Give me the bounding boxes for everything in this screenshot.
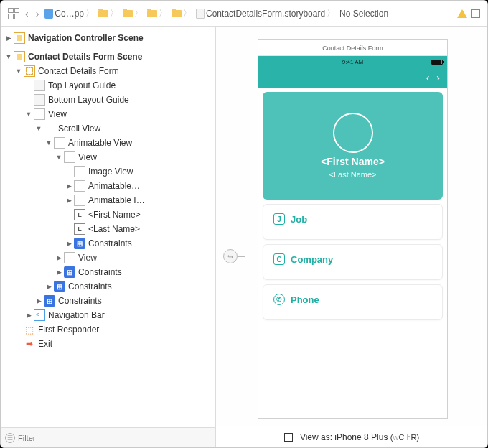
- outline-row-view[interactable]: ▼View: [1, 107, 215, 121]
- disclosure-icon[interactable]: ▶: [65, 240, 72, 247]
- back-button[interactable]: ‹: [24, 8, 30, 19]
- device-config-icon[interactable]: [284, 433, 293, 442]
- label-icon: L: [74, 223, 85, 235]
- outline-tree[interactable]: ▶Navigation Controller Scene ▼Contact De…: [1, 27, 215, 427]
- breadcrumb-folder-1[interactable]: 〉: [98, 7, 118, 19]
- outline-filter-input[interactable]: [18, 434, 211, 442]
- disclosure-icon[interactable]: ▶: [55, 254, 62, 261]
- outline-row-view2[interactable]: ▶View: [1, 251, 215, 265]
- outline-row-constraints-3[interactable]: ▶⊞Constraints: [1, 279, 215, 294]
- related-items-icon[interactable]: [8, 8, 19, 19]
- disclosure-icon[interactable]: ▶: [45, 283, 52, 290]
- disclosure-icon[interactable]: ▶: [35, 297, 42, 304]
- disclosure-icon[interactable]: ▼: [55, 154, 62, 161]
- outline-filter-bar: ☰: [1, 427, 215, 447]
- view-icon: [74, 180, 85, 192]
- outline-label: Contact Details Form: [38, 66, 119, 76]
- outline-label: Constraints: [58, 296, 102, 306]
- outline-label: View: [78, 152, 97, 162]
- status-time: 9:41 AM: [342, 59, 363, 65]
- path-toolbar: ‹ › Co…pp 〉 〉 〉 〉 〉 ContactDetailsForm.s…: [1, 1, 487, 27]
- disclosure-icon[interactable]: ▼: [35, 125, 42, 132]
- segue-line: [238, 256, 245, 257]
- view-icon: [34, 108, 45, 120]
- detail-card: CCompany: [263, 244, 443, 280]
- outline-row-vc[interactable]: ▼Contact Details Form: [1, 64, 215, 78]
- breadcrumb-folder-3[interactable]: 〉: [147, 7, 167, 19]
- outline-row-topguide[interactable]: Top Layout Guide: [1, 78, 215, 93]
- scene-frame[interactable]: Contact Details Form 9:41 AM ‹ › <Firs: [258, 39, 448, 419]
- canvas-body[interactable]: ↪ Contact Details Form 9:41 AM ‹ ›: [216, 27, 487, 426]
- scene-icon: [14, 51, 25, 62]
- disclosure-icon[interactable]: ▼: [5, 53, 12, 60]
- battery-icon: [431, 60, 443, 65]
- outline-row-scroll[interactable]: ▼Scroll View: [1, 121, 215, 136]
- outline-label: Animatable View: [68, 138, 132, 148]
- filter-icon[interactable]: ☰: [5, 433, 15, 443]
- disclosure-icon[interactable]: ▶: [65, 197, 72, 204]
- folder-icon: [172, 10, 182, 17]
- scrollview-icon: [44, 123, 55, 134]
- disclosure-icon[interactable]: ▼: [15, 67, 22, 75]
- layoutguide-icon: [34, 94, 45, 106]
- forward-button[interactable]: ›: [34, 8, 41, 19]
- breadcrumb-folder-4[interactable]: 〉: [172, 7, 192, 19]
- view-as-label: View as: iPhone 8 Plus: [300, 432, 388, 442]
- outline-label: Bottom Layout Guide: [48, 95, 129, 105]
- outline-row-innerview[interactable]: ▼View: [1, 150, 215, 164]
- view-icon: [64, 151, 75, 163]
- detail-card: ✆Phone: [263, 284, 443, 320]
- disclosure-icon[interactable]: ▼: [25, 111, 32, 118]
- outline-row-botguide[interactable]: Bottom Layout Guide: [1, 93, 215, 107]
- card-icon: J: [273, 213, 285, 225]
- outline-row-constraints-2[interactable]: ▶⊞Constraints: [1, 265, 215, 279]
- breadcrumb-selection[interactable]: No Selection: [339, 9, 388, 19]
- segue-icon: ↪: [223, 249, 238, 263]
- outline-row-nav-scene[interactable]: ▶Navigation Controller Scene: [1, 31, 215, 45]
- constraints-icon: ⊞: [54, 281, 65, 292]
- nav-next-icon[interactable]: ›: [436, 72, 440, 83]
- nav-prev-icon[interactable]: ‹: [426, 72, 430, 83]
- view-as-bar[interactable]: View as: iPhone 8 Plus (wC hR): [216, 426, 487, 447]
- outline-row-imageview[interactable]: Image View: [1, 164, 215, 179]
- warning-icon[interactable]: [457, 9, 467, 18]
- navbar-icon: [34, 309, 45, 321]
- outline-row-constraints-1[interactable]: ▶⊞Constraints: [1, 236, 215, 251]
- detail-card: JJob: [263, 204, 443, 240]
- breadcrumb-project[interactable]: Co…pp 〉: [44, 7, 94, 19]
- assistant-toggle-icon[interactable]: [471, 9, 480, 18]
- outline-row-firstname[interactable]: L<First Name>: [1, 207, 215, 222]
- folder-icon: [123, 10, 133, 17]
- outline-label: Navigation Bar: [48, 310, 105, 320]
- outline-row-firstresponder[interactable]: ⬚First Responder: [1, 322, 215, 337]
- main-split: ▶Navigation Controller Scene ▼Contact De…: [1, 27, 487, 447]
- outline-row-exit[interactable]: ➡Exit: [1, 337, 215, 351]
- outline-row-animview[interactable]: ▼Animatable View: [1, 136, 215, 150]
- outline-row-lastname[interactable]: L<Last Name>: [1, 222, 215, 236]
- breadcrumb-folder-2[interactable]: 〉: [123, 7, 143, 19]
- disclosure-icon[interactable]: ▶: [5, 34, 12, 42]
- view-icon: [74, 195, 85, 206]
- status-bar: 9:41 AM: [258, 56, 447, 67]
- folder-icon: [98, 10, 108, 17]
- card-icon: C: [273, 253, 285, 265]
- scene-title-bar[interactable]: Contact Details Form: [258, 40, 447, 56]
- outline-row-anim-b[interactable]: ▶Animatable I…: [1, 193, 215, 207]
- navigation-bar: ‹ ›: [258, 67, 447, 88]
- segue-indicator[interactable]: ↪: [223, 248, 245, 265]
- disclosure-icon[interactable]: ▶: [65, 182, 72, 190]
- disclosure-icon[interactable]: ▶: [55, 269, 62, 276]
- exit-icon: ➡: [24, 338, 35, 350]
- hero-firstname-label: <First Name>: [321, 156, 385, 167]
- outline-row-scene[interactable]: ▼Contact Details Form Scene: [1, 50, 215, 64]
- breadcrumb-file[interactable]: ContactDetailsForm.storyboard 〉: [196, 7, 335, 19]
- card-icon: ✆: [273, 294, 285, 305]
- outline-label: <Last Name>: [88, 224, 140, 234]
- card-title: Company: [291, 254, 333, 265]
- outline-label: First Responder: [38, 325, 99, 335]
- disclosure-icon[interactable]: ▼: [45, 139, 52, 146]
- disclosure-icon[interactable]: ▶: [25, 312, 32, 319]
- outline-row-constraints-4[interactable]: ▶⊞Constraints: [1, 294, 215, 308]
- outline-row-navbar[interactable]: ▶Navigation Bar: [1, 308, 215, 322]
- outline-row-anim-a[interactable]: ▶Animatable…: [1, 179, 215, 193]
